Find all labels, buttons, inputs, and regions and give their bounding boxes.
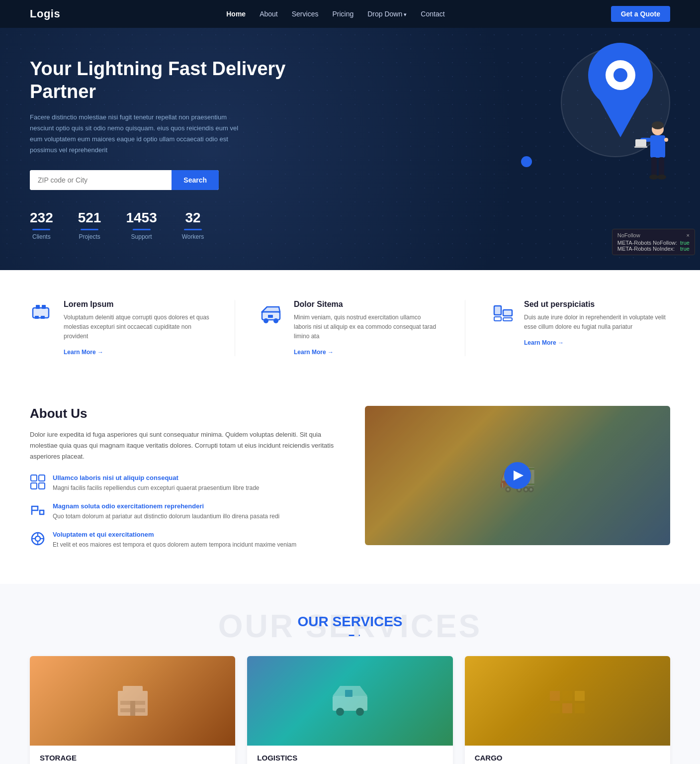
seo-row-2: META-Robots NoIndex: true bbox=[617, 246, 690, 252]
stat-workers: 32 Workers bbox=[182, 210, 204, 240]
svg-rect-36 bbox=[31, 483, 37, 489]
feature-1-body: Lorem Ipsum Voluptatum deleniti atque co… bbox=[64, 300, 210, 357]
search-button[interactable]: Search bbox=[172, 170, 219, 190]
nav-dropdown[interactable]: Drop Down bbox=[367, 10, 407, 18]
service-card-logistics: LOGISTICS Asperiores provident dolor acc… bbox=[247, 656, 452, 764]
search-input[interactable] bbox=[30, 170, 172, 190]
about-feature-1-icon bbox=[30, 474, 46, 490]
stats-row: 232 Clients 521 Projects 1453 Support 32… bbox=[30, 210, 288, 240]
about-feature-3-icon bbox=[30, 531, 46, 547]
about-feature-3: Voluptatem et qui exercitationem Et veli… bbox=[30, 531, 335, 549]
feature-3: Sed ut perspiciatis Duis aute irure dolo… bbox=[490, 300, 670, 357]
stat-clients-number: 232 bbox=[30, 210, 53, 226]
svg-point-26 bbox=[273, 318, 278, 323]
svg-rect-30 bbox=[503, 310, 512, 316]
about-feature-3-title: Voluptatem et qui exercitationem bbox=[53, 531, 296, 538]
stat-projects: 521 Projects bbox=[78, 210, 101, 240]
svg-rect-62 bbox=[550, 691, 560, 701]
feature-3-learn-more[interactable]: Learn More bbox=[524, 339, 564, 346]
svg-point-3 bbox=[613, 68, 627, 82]
services-grid: STORAGE Cumque eos in qui numquam. Aut a… bbox=[30, 656, 670, 764]
service-card-cargo-title: CARGO bbox=[475, 754, 660, 762]
svg-rect-53 bbox=[123, 686, 143, 692]
svg-point-14 bbox=[652, 121, 664, 129]
svg-rect-64 bbox=[575, 691, 585, 701]
feature-2-body: Dolor Sitema Minim veniam, quis nostrud … bbox=[294, 300, 440, 357]
stat-workers-label: Workers bbox=[182, 233, 204, 240]
stat-clients-label: Clients bbox=[30, 233, 53, 240]
svg-point-60 bbox=[356, 708, 364, 716]
svg-rect-37 bbox=[39, 483, 45, 489]
stat-clients: 232 Clients bbox=[30, 210, 53, 240]
service-card-storage-body: STORAGE Cumque eos in qui numquam. Aut a… bbox=[30, 746, 235, 764]
feature-2-learn-more[interactable]: Learn More bbox=[294, 349, 334, 356]
about-video: 🚛 bbox=[365, 406, 670, 545]
seo-nofollow-key: META-Robots NoFollow: bbox=[617, 240, 677, 246]
svg-rect-5 bbox=[650, 135, 665, 158]
svg-rect-20 bbox=[42, 305, 46, 309]
feature-3-title: Sed ut perspiciatis bbox=[524, 300, 670, 309]
feature-divider-2 bbox=[465, 300, 465, 357]
svg-rect-19 bbox=[36, 305, 40, 309]
svg-point-25 bbox=[263, 318, 268, 323]
svg-rect-9 bbox=[634, 146, 647, 148]
stat-divider-3 bbox=[133, 229, 151, 230]
services-title-blue: OUR SERVICES bbox=[297, 614, 402, 629]
get-quote-button[interactable]: Get a Quote bbox=[611, 6, 670, 22]
service-card-storage-title: STORAGE bbox=[40, 754, 225, 762]
stat-support: 1453 Support bbox=[126, 210, 157, 240]
hero-illustration bbox=[521, 38, 680, 197]
about-feature-1: Ullamco laboris nisi ut aliquip consequa… bbox=[30, 474, 335, 492]
nav-services[interactable]: Services bbox=[292, 10, 319, 18]
nav-about[interactable]: About bbox=[260, 10, 278, 18]
svg-rect-56 bbox=[130, 701, 135, 716]
about-feature-2-body: Magnam soluta odio exercitationem repreh… bbox=[53, 502, 279, 521]
seo-noindex-key: META-Robots NoIndex: bbox=[617, 246, 675, 252]
about-feature-2: Magnam soluta odio exercitationem repreh… bbox=[30, 502, 335, 521]
about-feature-2-title: Magnam soluta odio exercitationem repreh… bbox=[53, 502, 279, 510]
site-logo[interactable]: Logis bbox=[30, 7, 60, 20]
stat-workers-number: 32 bbox=[182, 210, 204, 226]
seo-close-button[interactable]: × bbox=[687, 232, 690, 238]
svg-rect-61 bbox=[345, 690, 352, 697]
stat-projects-number: 521 bbox=[78, 210, 101, 226]
svg-rect-8 bbox=[635, 139, 646, 147]
svg-point-13 bbox=[657, 175, 666, 180]
feature-1-learn-more[interactable]: Learn More bbox=[64, 349, 103, 356]
video-overlay bbox=[365, 406, 670, 545]
nav-pricing[interactable]: Pricing bbox=[332, 10, 353, 18]
service-card-cargo: CARGO Dicta quam similique quia architec… bbox=[465, 656, 670, 764]
nav-home[interactable]: Home bbox=[226, 10, 246, 18]
svg-rect-33 bbox=[503, 318, 512, 321]
services-title: OUR SERVICES bbox=[30, 614, 670, 630]
about-feature-3-desc: Et velit et eos maiores est tempora et q… bbox=[53, 540, 296, 549]
play-button[interactable] bbox=[504, 462, 531, 489]
seo-row-1: META-Robots NoFollow: true bbox=[617, 240, 690, 246]
service-img-storage bbox=[30, 656, 235, 746]
svg-rect-17 bbox=[35, 316, 39, 319]
feature-3-icon bbox=[490, 300, 516, 326]
stat-divider-2 bbox=[81, 229, 98, 230]
hero-description: Facere distinctio molestiae nisi fugit t… bbox=[30, 112, 249, 156]
about-feature-1-title: Ullamco laboris nisi ut aliquip consequa… bbox=[53, 474, 260, 481]
svg-point-12 bbox=[649, 175, 658, 180]
hero-content: Your Lightning Fast Delivery Partner Fac… bbox=[30, 53, 288, 240]
service-card-cargo-body: CARGO Dicta quam similique quia architec… bbox=[465, 746, 670, 764]
seo-badge: × NoFollow META-Robots NoFollow: true ME… bbox=[612, 229, 695, 255]
stat-projects-label: Projects bbox=[78, 233, 101, 240]
feature-1-title: Lorem Ipsum bbox=[64, 300, 210, 309]
nav-contact[interactable]: Contact bbox=[421, 10, 444, 18]
about-description: Dolor iure expedita id fuga asperiores q… bbox=[30, 429, 335, 462]
feature-1-desc: Voluptatum deleniti atque corrupti quos … bbox=[64, 313, 210, 342]
hero-title: Your Lightning Fast Delivery Partner bbox=[30, 58, 288, 103]
search-bar: Search bbox=[30, 170, 219, 190]
hero-dot-blue bbox=[521, 156, 532, 167]
feature-divider-1 bbox=[235, 300, 235, 357]
about-feature-3-body: Voluptatem et qui exercitationem Et veli… bbox=[53, 531, 296, 549]
svg-rect-27 bbox=[268, 315, 273, 318]
svg-rect-35 bbox=[39, 475, 45, 481]
nav-links: Home About Services Pricing Drop Down Co… bbox=[226, 9, 444, 18]
svg-rect-7 bbox=[664, 138, 668, 142]
service-card-logistics-body: LOGISTICS Asperiores provident dolor acc… bbox=[247, 746, 452, 764]
svg-rect-18 bbox=[41, 316, 45, 319]
